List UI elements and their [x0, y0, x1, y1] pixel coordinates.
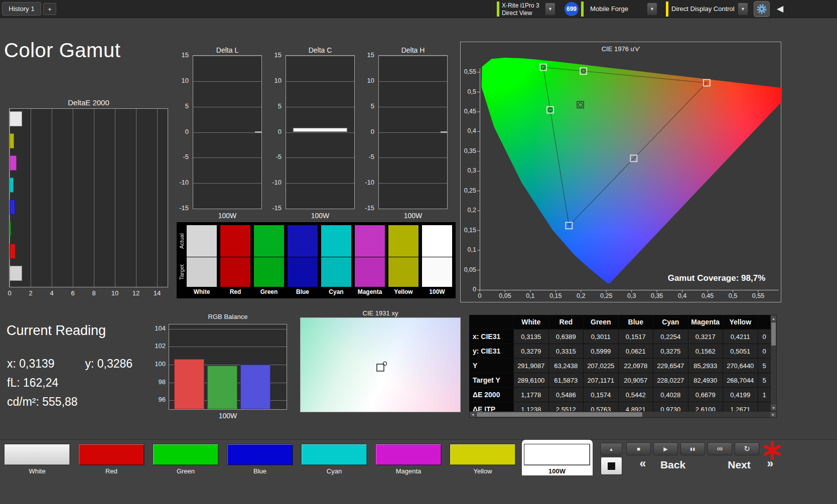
rgb-bar-red [174, 359, 204, 409]
chevron-down-icon: ▼ [741, 7, 745, 12]
scroll-down-icon[interactable]: ▼ [771, 405, 776, 411]
pattern-button-green[interactable] [153, 444, 219, 465]
back-button[interactable]: Back [651, 459, 694, 471]
pattern-source-dropdown[interactable]: Mobile Forge [590, 5, 628, 13]
page-title: Color Gamut [4, 39, 120, 62]
target-swatch-yellow [388, 257, 418, 287]
next-chevron-icon[interactable]: » [763, 457, 778, 470]
table-cell: 85,2933 [688, 359, 724, 373]
table-cell: 0,6679 [688, 388, 724, 402]
table-cell: 0,1517 [619, 329, 654, 344]
scroll-up-icon[interactable]: ▲ [771, 315, 776, 321]
deltae-plot [9, 108, 168, 287]
delta-c-chart: Delta C 151050-5-10-15 100W [265, 46, 355, 223]
pattern-up-button[interactable]: ▲ [600, 443, 622, 455]
play-icon: ▶ [663, 446, 667, 452]
table-header: Blue [619, 315, 654, 329]
x-tick-label: 6 [65, 289, 80, 297]
gridline [286, 56, 354, 56]
y-tick-label: 0,55 [461, 68, 476, 75]
table-cell: 0,9730 [653, 402, 688, 411]
compare-column-label: Green [254, 288, 284, 295]
results-table-grid: WhiteRedGreenBlueCyanMagentaYellowx: CIE… [469, 315, 770, 411]
fl-label: fL: [7, 376, 20, 389]
window-pattern-button[interactable] [601, 457, 622, 475]
actual-swatch-blue [288, 225, 318, 257]
pattern-button-100w[interactable] [524, 444, 590, 465]
pattern-button-red[interactable] [78, 444, 145, 465]
refresh-icon: ↻ [744, 444, 750, 453]
display-control-dropdown-button[interactable]: ▼ [738, 3, 748, 16]
gridline [136, 109, 136, 287]
gridline [286, 81, 354, 82]
deltae-bar-magenta [10, 155, 17, 171]
pattern-button-blue[interactable] [227, 444, 293, 465]
pattern-label-magenta: Magenta [375, 467, 442, 475]
meter-dropdown-button[interactable]: ▼ [545, 3, 555, 16]
deltae-bar-cyan [10, 178, 14, 193]
gridline [193, 183, 261, 184]
back-chevron-icon[interactable]: « [635, 457, 650, 470]
x-tick-label: 0,45 [698, 292, 718, 299]
settings-button[interactable] [754, 1, 770, 17]
actual-row-label: Actual [178, 225, 185, 257]
pattern-source-dropdown-button[interactable]: ▼ [647, 3, 657, 16]
target-swatch-green [254, 257, 284, 287]
play-button[interactable]: ▶ [653, 442, 678, 455]
y-value: 0,3286 [97, 357, 132, 370]
table-cell: 268,7044 [723, 373, 758, 388]
x-tick-label: 8 [86, 289, 101, 297]
hscroll-thumb[interactable] [477, 412, 642, 417]
gridline [379, 157, 447, 158]
table-cell: 0,5051 [723, 344, 758, 359]
actual-swatch-yellow [388, 225, 418, 257]
add-tab-button[interactable]: + [43, 3, 56, 15]
y-tick-label: 5 [185, 102, 189, 110]
vscroll-thumb[interactable] [771, 322, 776, 346]
table-hscrollbar[interactable]: ◄ ► [469, 411, 777, 418]
deltae2000-chart: DeltaE 2000 02468101214 [9, 98, 168, 300]
rgb-bar-blue [240, 365, 270, 409]
table-cell: 0,4028 [653, 388, 688, 402]
rgb-ylabels: 1041021009896 [150, 324, 168, 410]
y-tick-label: -15 [272, 204, 282, 212]
scroll-left-icon[interactable]: ◄ [470, 412, 476, 417]
next-button[interactable]: Next [718, 459, 761, 471]
refresh-button[interactable]: ↻ [735, 442, 759, 455]
table-cell: 0,4211 [723, 329, 758, 344]
delta-l-xlabel: 100W [193, 212, 262, 220]
pattern-button-yellow[interactable] [450, 444, 516, 465]
pattern-button-cyan[interactable] [301, 444, 367, 465]
y-tick-label: -5 [368, 153, 374, 160]
table-cell: 2,6100 [688, 402, 724, 411]
x-tick-label: 0 [470, 292, 490, 299]
meter-dropdown-line1[interactable]: X-Rite i1Pro 3 [502, 2, 539, 9]
display-control-dropdown[interactable]: Direct Display Control [671, 5, 735, 13]
pause-button[interactable]: ▮▮ [680, 442, 705, 455]
pattern-button-magenta[interactable] [375, 444, 442, 465]
meter-dropdown-line2[interactable]: Direct View [502, 10, 532, 17]
target-swatch-100w [422, 257, 452, 287]
actual-swatch-white [187, 225, 217, 257]
table-vscrollbar[interactable]: ▲ ▼ [770, 315, 777, 411]
y-tick-label: 0 [278, 128, 282, 135]
y-tick-label: 0,05 [461, 266, 476, 273]
y-tick-label: -15 [365, 204, 374, 212]
table-cell: 207,1171 [584, 373, 619, 388]
y-tick-label: 10 [274, 77, 282, 84]
compare-column-label: Magenta [355, 288, 385, 295]
table-cell: 0,0621 [619, 344, 654, 359]
stop-button[interactable]: ■ [626, 442, 651, 455]
pattern-button-white[interactable] [4, 444, 70, 465]
scroll-right-icon[interactable]: ► [770, 412, 776, 417]
gridline [379, 107, 447, 107]
y-tick-label: 0,2 [461, 207, 476, 214]
cie1976-title: CIE 1976 u'v' [461, 45, 781, 53]
tab-history-1[interactable]: History 1 [2, 2, 41, 16]
y-tick-label: 0,1 [461, 246, 476, 253]
gridline [379, 56, 447, 56]
collapse-panel-arrow[interactable]: ◀ [777, 4, 783, 14]
loop-button[interactable]: ∞ [708, 442, 732, 455]
target-swatch-blue [288, 257, 318, 287]
table-cell: 207,0225 [584, 359, 619, 373]
